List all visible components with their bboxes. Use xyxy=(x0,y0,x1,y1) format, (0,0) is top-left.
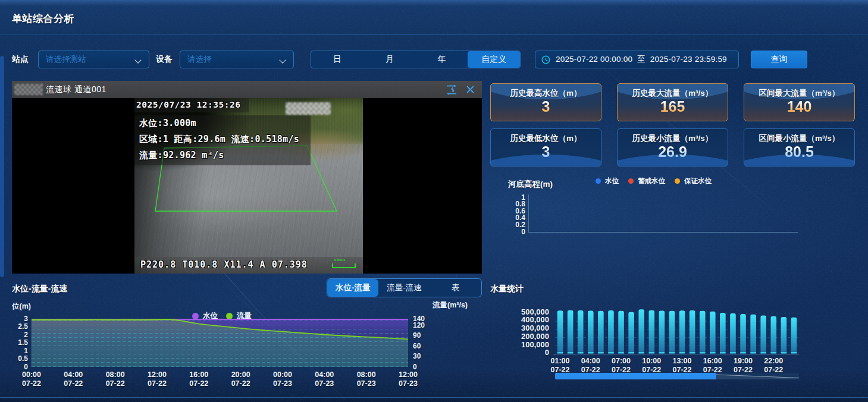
level-flow-tab-group: 水位-流量流量-流速表 xyxy=(327,278,482,297)
redacted-watermark xyxy=(286,102,331,115)
device-select[interactable]: 请选择 xyxy=(180,51,294,68)
device-label: 设备 xyxy=(156,54,173,65)
clock-icon xyxy=(541,55,550,64)
osd-water-level: 水位:3.000m xyxy=(139,118,196,129)
video-timestamp: 2025/07/23 12:35:26 xyxy=(136,100,240,109)
station-placeholder: 请选择测站 xyxy=(46,54,136,65)
lf-x-tick: 20:00 07-22 xyxy=(223,370,259,388)
lf-left-tick: 1 xyxy=(8,347,28,355)
video-frame[interactable]: 2025/07/23 12:35:26 水位:3.000m 区域:1 距高:29… xyxy=(134,98,363,274)
close-icon[interactable] xyxy=(466,85,475,94)
lf-right-tick: 60 xyxy=(413,342,421,350)
lf-x-tick: 04:00 07-23 xyxy=(306,370,342,388)
datazoom-track[interactable] xyxy=(555,373,799,379)
lf-right-tick: 0 xyxy=(413,363,417,371)
stat-card-label: 区间最小流量（m³/s） xyxy=(744,133,854,144)
lf-left-tick: 0 xyxy=(8,363,28,371)
stat-card: 历史最大流量（m³/s）165 xyxy=(617,83,728,121)
stat-card-value: 165 xyxy=(618,98,728,115)
lf-x-tick: 12:00 07-22 xyxy=(139,370,175,388)
lf-left-tick: 1.5 xyxy=(8,338,28,347)
lf-right-tick: 120 xyxy=(413,321,425,329)
period-tab-年[interactable]: 年 xyxy=(416,51,468,68)
stat-card-label: 历史最大流量（m³/s） xyxy=(618,88,728,99)
legend-label: 警戒水位 xyxy=(638,177,665,186)
stat-card: 历史最小流量（m³/s）26.9 xyxy=(617,128,728,167)
page-title: 单站综合分析 xyxy=(12,12,74,26)
tab-水位-流量[interactable]: 水位-流量 xyxy=(327,279,378,297)
stat-card-label: 历史最低水位（m） xyxy=(491,133,601,144)
lf-x-tick: 12:00 07-23 xyxy=(390,370,426,388)
water-gauge-icon[interactable] xyxy=(446,84,457,95)
riverbed-x-axis-line xyxy=(528,232,798,233)
stat-card-value: 140 xyxy=(744,98,854,115)
vol-y-tick: 0 xyxy=(504,348,549,357)
legend-dot xyxy=(628,178,634,184)
scale-marker-label: 0.5m/s xyxy=(334,258,346,262)
chevron-down-icon xyxy=(136,56,142,62)
video-body: 2025/07/23 12:35:26 水位:3.000m 区域:1 距高:29… xyxy=(12,98,482,274)
riverbed-y-tick: 0 xyxy=(507,228,525,236)
volume-plot xyxy=(553,306,800,354)
stat-card-label: 历史最小流量（m³/s） xyxy=(618,133,728,144)
volume-chart-title: 水量统计 xyxy=(490,284,524,294)
device-placeholder: 请选择 xyxy=(187,54,280,65)
chevron-down-icon xyxy=(280,56,286,62)
header-divider xyxy=(0,34,868,35)
period-tab-日[interactable]: 日 xyxy=(311,51,364,68)
stat-card-label: 区间最大流量（m³/s） xyxy=(744,88,854,99)
lf-left-tick: 2.5 xyxy=(8,322,28,331)
stat-card: 历史最低水位（m）3 xyxy=(490,128,601,167)
tab-流量-流速[interactable]: 流量-流速 xyxy=(378,279,430,297)
scale-marker xyxy=(332,263,356,268)
stat-card-label: 历史最高水位（m） xyxy=(491,88,601,99)
video-header: 流速球 通道001 xyxy=(12,81,482,98)
video-panel: 流速球 通道001 xyxy=(12,81,482,274)
lf-x-tick: 16:00 07-22 xyxy=(181,370,217,388)
lf-x-tick: 08:00 07-23 xyxy=(349,370,384,388)
dashboard: 单站综合分析 站点 请选择测站 设备 请选择 日月年自定义 2025-07-22… xyxy=(0,0,868,402)
legend-item-水位[interactable]: 水位 xyxy=(596,177,619,186)
legend-label: 水位 xyxy=(605,177,619,186)
legend-label: 保证水位 xyxy=(684,177,712,186)
level-flow-plot xyxy=(32,319,409,368)
vol-x-tick: 22:00 07-22 xyxy=(756,357,791,375)
level-flow-right-axis-name: 流量(m³/s) xyxy=(393,300,468,310)
video-ptz-text: P220.8 T010.8 X11.4 A 07.398 xyxy=(140,259,308,270)
period-tab-月[interactable]: 月 xyxy=(364,51,416,68)
legend-dot xyxy=(596,178,601,184)
date-range-input[interactable]: 2025-07-22 00:00:00 至 2025-07-23 23:59:5… xyxy=(535,51,739,68)
stat-card: 区间最大流量（m³/s）140 xyxy=(744,83,855,121)
left-scrollbar-thumb[interactable] xyxy=(0,56,4,277)
stat-card-value: 3 xyxy=(491,143,601,161)
station-select[interactable]: 请选择测站 xyxy=(38,51,149,68)
stat-card-value: 3 xyxy=(491,98,601,115)
stat-card-value: 26.9 xyxy=(618,143,728,161)
tab-表[interactable]: 表 xyxy=(430,279,481,297)
stat-card: 区间最小流量（m³/s）80.5 xyxy=(744,128,855,167)
lf-x-tick: 04:00 07-22 xyxy=(55,370,91,388)
stat-card: 历史最高水位（m）3 xyxy=(490,83,601,121)
period-tab-自定义[interactable]: 自定义 xyxy=(468,51,520,68)
date-range-text: 2025-07-22 00:00:00 至 2025-07-23 23:59:5… xyxy=(556,54,727,65)
osd-flow: 流量:92.962 m³/s xyxy=(139,150,224,161)
lf-left-tick: 0.5 xyxy=(8,354,28,363)
lf-right-tick: 90 xyxy=(413,331,421,340)
stat-card-value: 80.5 xyxy=(744,143,854,161)
legend-item-警戒水位[interactable]: 警戒水位 xyxy=(628,177,665,186)
legend-item-保证水位[interactable]: 保证水位 xyxy=(675,177,712,186)
lf-x-tick: 08:00 07-22 xyxy=(98,370,133,388)
riverbed-legend: 水位警戒水位保证水位 xyxy=(596,177,712,186)
lf-left-tick: 2 xyxy=(8,331,28,339)
riverbed-chart-title: 河底高程(m) xyxy=(508,179,553,190)
lf-right-tick: 30 xyxy=(413,352,421,360)
query-button[interactable]: 查询 xyxy=(751,51,807,68)
video-title: 流速球 通道001 xyxy=(46,84,106,95)
legend-dot xyxy=(675,178,680,184)
page-bottom-divider xyxy=(0,397,868,398)
osd-area-distance-velocity: 区域:1 距高:29.6m 流速:0.518m/s xyxy=(139,134,299,145)
lf-left-tick: 3 xyxy=(8,315,28,323)
riverbed-y-axis-line xyxy=(528,194,529,232)
period-tab-group: 日月年自定义 xyxy=(311,51,521,68)
level-flow-left-axis-name: 位(m) xyxy=(12,302,31,312)
